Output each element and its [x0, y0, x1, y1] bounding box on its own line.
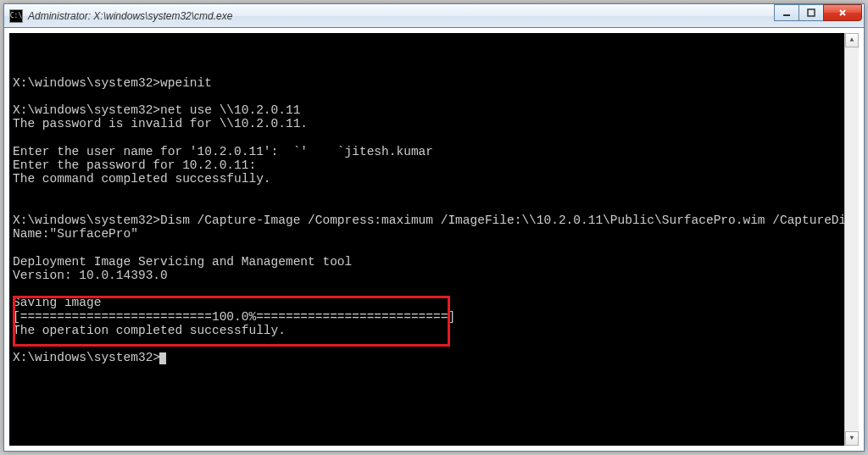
scroll-up-button[interactable]: ▲: [845, 33, 859, 47]
cursor: [159, 352, 166, 364]
command-prompt-window: C:\ Administrator: X:\windows\system32\c…: [3, 3, 865, 452]
svg-rect-1: [808, 9, 815, 16]
line: The password is invalid for \\10.2.0.11.: [13, 117, 308, 130]
minimize-button[interactable]: [774, 4, 799, 21]
progress-bar: [==========================100.0%=======…: [13, 310, 455, 324]
command: wpeinit: [160, 76, 212, 90]
window-controls: [775, 4, 862, 21]
line: Enter the password for 10.2.0.11:: [13, 158, 256, 172]
line: Name:"SurfacePro": [13, 227, 138, 241]
terminal-output[interactable]: X:\windows\system32>wpeinit X:\windows\s…: [9, 60, 859, 364]
line: Enter the user name for '10.2.0.11': `' …: [13, 145, 433, 158]
close-button[interactable]: [823, 4, 862, 21]
command: Dism /Capture-Image /Compress:maximum /I…: [160, 214, 859, 227]
line: Saving image: [13, 296, 101, 309]
command: net use \\10.2.0.11: [160, 103, 300, 117]
vertical-scrollbar[interactable]: ▲ ▼: [844, 33, 859, 446]
window-title: Administrator: X:\windows\system32\cmd.e…: [28, 10, 232, 22]
prompt: X:\windows\system32>: [13, 103, 160, 117]
maximize-button[interactable]: [798, 4, 824, 21]
terminal-client-area: X:\windows\system32>wpeinit X:\windows\s…: [9, 33, 859, 446]
scroll-track[interactable]: [845, 47, 859, 431]
line: Deployment Image Servicing and Managemen…: [13, 255, 352, 269]
prompt: X:\windows\system32>: [13, 351, 160, 364]
line: Version: 10.0.14393.0: [13, 269, 168, 282]
line: The operation completed successfully.: [13, 324, 286, 337]
cmd-icon: C:\: [9, 9, 23, 23]
prompt: X:\windows\system32>: [13, 214, 160, 227]
line: The command completed successfully.: [13, 172, 271, 186]
scroll-down-button[interactable]: ▼: [845, 431, 859, 446]
titlebar[interactable]: C:\ Administrator: X:\windows\system32\c…: [4, 4, 864, 28]
prompt: X:\windows\system32>: [13, 76, 160, 90]
